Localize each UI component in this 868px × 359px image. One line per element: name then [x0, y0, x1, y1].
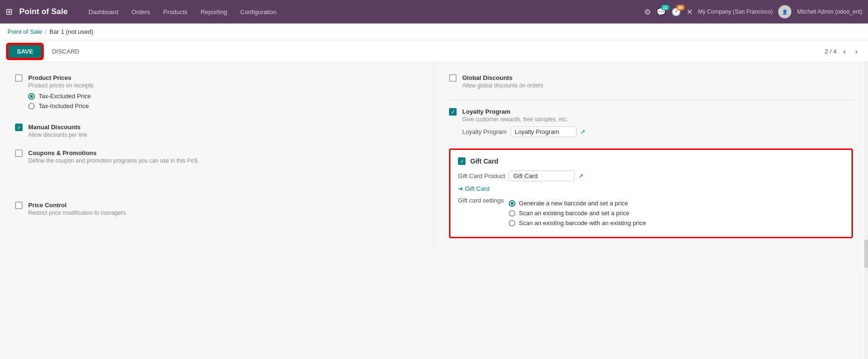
price-control-checkbox[interactable] [15, 202, 23, 209]
tax-price-options: Tax-Excluded Price Tax-Included Price [28, 93, 418, 109]
gc-option-2[interactable]: Scan an existing barcode and set a price [509, 210, 646, 217]
pagination: 2 / 4 ‹ › [825, 47, 860, 57]
global-discounts-checkbox[interactable] [449, 74, 457, 82]
gift-card-title: Gift Card [470, 157, 498, 165]
pagination-text: 2 / 4 [825, 48, 836, 55]
arrow-right-icon: ➜ [458, 185, 463, 192]
loyalty-program-checkbox[interactable] [449, 108, 457, 116]
price-control-desc: Restrict price modification to managers [28, 210, 418, 216]
product-prices-setting: Product Prices Product prices on receipt… [15, 74, 418, 112]
loyalty-program-setting: Loyalty Program Give customer rewards, f… [449, 108, 853, 137]
price-control-setting: Price Control Restrict price modificatio… [15, 202, 418, 216]
coupons-promotions-setting: Coupons & Promotions Define the coupon a… [15, 149, 418, 164]
gift-card-product-value[interactable]: Gift Card [509, 171, 575, 181]
nav-orders[interactable]: Orders [126, 6, 156, 18]
app-title: Point of Sale [19, 7, 68, 16]
gc-option-3[interactable]: Scan an existing barcode with an existin… [509, 219, 646, 226]
coupons-promotions-checkbox[interactable] [15, 149, 23, 157]
user-name: Mitchell Admin (odoo_ent) [797, 8, 862, 15]
nav-dashboard[interactable]: Dashboard [83, 6, 124, 18]
scrollbar-track [864, 61, 868, 359]
breadcrumb-separator: / [45, 28, 47, 35]
tax-included-option[interactable]: Tax-Included Price [28, 102, 418, 109]
manual-discounts-checkbox[interactable] [15, 124, 23, 131]
activity-badge: 38 [676, 5, 685, 10]
coupons-promotions-title: Coupons & Promotions [28, 149, 418, 156]
gift-card-product-row: Gift Card Product Gift Card ↗ [458, 171, 844, 181]
settings-icon[interactable]: ⚙ [644, 8, 651, 16]
gift-card-section: Gift Card Gift Card Product Gift Card ↗ … [449, 148, 853, 238]
product-prices-desc: Product prices on receipts [28, 82, 418, 89]
top-navigation: ⊞ Point of Sale Dashboard Orders Product… [0, 0, 868, 23]
scrollbar-thumb[interactable] [864, 240, 868, 268]
tax-included-radio[interactable] [28, 103, 35, 109]
gc-option-2-label: Scan an existing barcode and set a price [519, 210, 630, 217]
tax-excluded-label: Tax-Excluded Price [39, 93, 91, 100]
gc-option-1[interactable]: Generate a new barcode and set a price [509, 200, 646, 207]
tax-excluded-radio[interactable] [28, 93, 35, 100]
messages-badge: 22 [661, 5, 670, 10]
avatar[interactable]: 👤 [778, 5, 791, 18]
gift-card-settings-label: Gift card settings [458, 197, 504, 204]
close-icon[interactable]: ✕ [687, 8, 693, 16]
loyalty-program-external-link[interactable]: ↗ [580, 128, 585, 135]
gift-card-checkbox[interactable] [458, 157, 466, 165]
manual-discounts-title: Manual Discounts [28, 124, 418, 131]
gift-card-product-external-link[interactable]: ↗ [578, 172, 584, 180]
breadcrumb: Point of Sale / Bar 1 (not used) [0, 23, 868, 40]
gift-card-product-label: Gift Card Product [458, 172, 505, 180]
breadcrumb-parent[interactable]: Point of Sale [8, 28, 42, 35]
top-nav-right: ⚙ 💬22 🕐38 ✕ My Company (San Francisco) 👤… [644, 5, 862, 18]
global-discounts-title: Global Discounts [462, 74, 853, 81]
nav-reporting[interactable]: Reporting [195, 6, 233, 18]
save-button[interactable]: SAVE [8, 44, 42, 59]
tax-included-label: Tax-Included Price [39, 102, 89, 109]
product-prices-checkbox[interactable] [15, 74, 23, 82]
activity-icon[interactable]: 🕐38 [671, 8, 681, 16]
messages-icon[interactable]: 💬22 [656, 8, 666, 16]
toolbar: SAVE DISCARD 2 / 4 ‹ › [0, 40, 868, 63]
tax-excluded-option[interactable]: Tax-Excluded Price [28, 93, 418, 100]
loyalty-program-field-value[interactable]: Loyalty Program [511, 126, 576, 137]
gc-option-1-label: Generate a new barcode and set a price [519, 200, 628, 207]
company-name: My Company (San Francisco) [698, 8, 773, 15]
price-control-title: Price Control [28, 202, 418, 209]
gc-radio-3[interactable] [509, 220, 515, 226]
nav-products[interactable]: Products [158, 6, 193, 18]
gc-option-3-label: Scan an existing barcode with an existin… [519, 219, 646, 226]
gc-radio-1[interactable] [509, 200, 515, 207]
loyalty-program-desc: Give customer rewards, free samples, etc… [462, 116, 853, 123]
right-column: Global Discounts Allow global discounts … [434, 63, 868, 250]
loyalty-program-title: Loyalty Program [462, 108, 853, 115]
main-content: Product Prices Product prices on receipt… [0, 63, 868, 359]
breadcrumb-current: Bar 1 (not used) [49, 28, 93, 35]
loyalty-program-field-row: Loyalty Program Loyalty Program ↗ [462, 126, 853, 137]
next-page-button[interactable]: › [852, 47, 860, 57]
gift-card-title-row: Gift Card [458, 157, 844, 165]
gift-card-link-text: Gift Card [465, 185, 489, 192]
discard-button[interactable]: DISCARD [46, 45, 85, 58]
gift-card-settings-row: Gift card settings Generate a new barcod… [458, 196, 844, 229]
manual-discounts-desc: Allow discounts per line [28, 132, 418, 138]
prev-page-button[interactable]: ‹ [840, 47, 848, 57]
settings-grid: Product Prices Product prices on receipt… [0, 63, 868, 250]
left-column: Product Prices Product prices on receipt… [0, 63, 434, 250]
global-discounts-desc: Allow global discounts on orders [462, 82, 853, 89]
gift-card-link[interactable]: ➜ Gift Card [458, 185, 844, 192]
gift-card-radio-group: Generate a new barcode and set a price S… [509, 200, 646, 229]
global-discounts-setting: Global Discounts Allow global discounts … [449, 74, 853, 89]
gc-radio-2[interactable] [509, 210, 515, 217]
coupons-promotions-desc: Define the coupon and promotion programs… [28, 157, 418, 164]
nav-links: Dashboard Orders Products Reporting Conf… [83, 6, 640, 18]
nav-configuration[interactable]: Configuration [235, 6, 282, 18]
app-grid-icon[interactable]: ⊞ [6, 7, 13, 17]
manual-discounts-setting: Manual Discounts Allow discounts per lin… [15, 124, 418, 138]
product-prices-title: Product Prices [28, 74, 418, 81]
loyalty-program-field-label: Loyalty Program [462, 128, 507, 135]
